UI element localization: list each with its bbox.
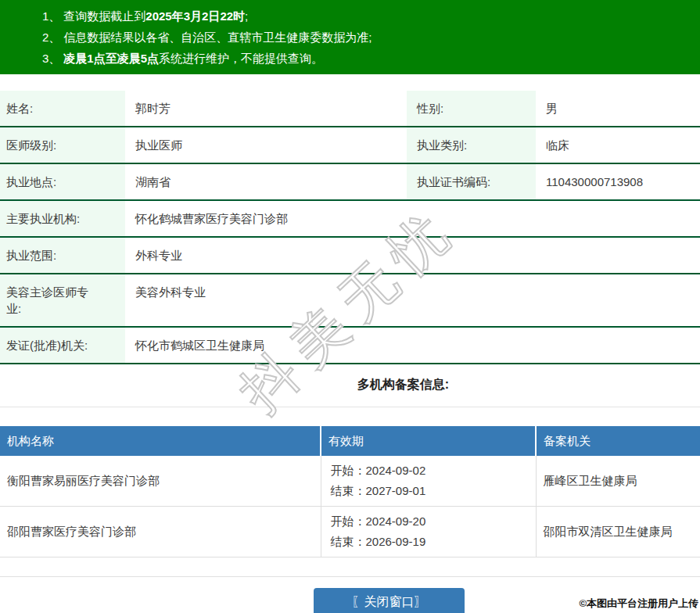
table-row: 发证(批准)机关: 怀化市鹤城区卫生健康局 — [0, 327, 700, 364]
table-row: 医师级别: 执业医师 执业类别: 临床 — [0, 127, 700, 163]
gender-value: 男 — [536, 91, 700, 127]
doctor-level-value: 执业医师 — [125, 127, 407, 163]
main-institution-value: 怀化鹤城曹家医疗美容门诊部 — [125, 200, 700, 237]
table-row: 主要执业机构: 怀化鹤城曹家医疗美容门诊部 — [0, 200, 700, 237]
close-window-button[interactable]: 〖关闭窗口〗 — [314, 588, 465, 613]
notice-number: 3、 — [42, 52, 60, 65]
practice-category-value: 临床 — [536, 127, 700, 163]
validity-end: 结束：2027-09-01 — [331, 481, 533, 501]
table-row: 美容主诊医师专业: 美容外科专业 — [0, 274, 700, 327]
notice-text: 系统进行维护，不能提供查询。 — [159, 52, 323, 65]
notice-text: ; — [245, 9, 248, 23]
table-row: 衡阳曹家易丽医疗美容门诊部 开始：2024-09-02 结束：2027-09-0… — [0, 456, 700, 507]
org-name-cell: 衡阳曹家易丽医疗美容门诊部 — [0, 456, 321, 507]
doctor-level-label: 医师级别: — [0, 127, 125, 163]
practice-scope-label: 执业范围: — [0, 237, 125, 274]
cosmetic-specialty-value: 美容外科专业 — [125, 274, 700, 327]
notice-line-2: 2、信息数据结果以各省、自治区、直辖市卫生健康委数据为准; — [0, 27, 700, 48]
validity-start: 开始：2024-09-02 — [331, 461, 533, 481]
notice-text-bold: 2025年3月2日22时 — [145, 9, 245, 23]
section-title-multi-org: 多机构备案信息: — [0, 364, 700, 407]
gender-label: 性别: — [407, 91, 536, 127]
certificate-number-value: 110430000713908 — [536, 163, 700, 200]
notice-text: 信息数据结果以各省、自治区、直辖市卫生健康委数据为准; — [63, 30, 372, 44]
issuing-authority-value: 怀化市鹤城区卫生健康局 — [125, 327, 700, 364]
table-row: 执业范围: 外科专业 — [0, 237, 700, 274]
notice-text: 查询数据截止到 — [63, 9, 145, 23]
notice-banner: 1、查询数据截止到2025年3月2日22时; 2、信息数据结果以各省、自治区、直… — [0, 0, 700, 74]
name-value: 郭时芳 — [125, 91, 407, 127]
org-name-cell: 邵阳曹家医疗美容门诊部 — [0, 507, 321, 557]
filing-table: 机构名称 有效期 备案机关 衡阳曹家易丽医疗美容门诊部 开始：2024-09-0… — [0, 426, 700, 557]
practice-scope-value: 外科专业 — [125, 237, 700, 274]
notice-line-1: 1、查询数据截止到2025年3月2日22时; — [0, 5, 700, 27]
filing-header-authority: 备案机关 — [536, 426, 700, 456]
notice-text-bold: 凌晨1点至凌晨5点 — [63, 52, 159, 65]
table-row: 邵阳曹家医疗美容门诊部 开始：2024-09-20 结束：2026-09-19 … — [0, 507, 700, 557]
practice-location-label: 执业地点: — [0, 163, 125, 200]
filing-header-row: 机构名称 有效期 备案机关 — [0, 426, 700, 456]
validity-cell: 开始：2024-09-02 结束：2027-09-01 — [321, 456, 536, 507]
certificate-number-label: 执业证书编码: — [407, 163, 536, 200]
filing-authority-cell: 雁峰区卫生健康局 — [536, 456, 700, 507]
cosmetic-specialty-label: 美容主诊医师专业: — [0, 274, 125, 327]
practice-location-value: 湖南省 — [125, 163, 407, 200]
doctor-info-table: 姓名: 郭时芳 性别: 男 医师级别: 执业医师 执业类别: 临床 执业地点: … — [0, 91, 700, 364]
filing-header-org: 机构名称 — [0, 426, 321, 456]
table-row: 执业地点: 湖南省 执业证书编码: 110430000713908 — [0, 163, 700, 200]
filing-authority-cell: 邵阳市双清区卫生健康局 — [536, 507, 700, 557]
filing-header-validity: 有效期 — [321, 426, 536, 456]
validity-cell: 开始：2024-09-20 结束：2026-09-19 — [321, 507, 536, 557]
main-institution-label: 主要执业机构: — [0, 200, 125, 237]
copyright-watermark: ©本图由平台注册用户上传 — [579, 597, 698, 611]
notice-line-3: 3、凌晨1点至凌晨5点系统进行维护，不能提供查询。 — [0, 48, 700, 69]
notice-number: 1、 — [42, 9, 60, 23]
validity-start: 开始：2024-09-20 — [331, 511, 533, 532]
table-row: 姓名: 郭时芳 性别: 男 — [0, 91, 700, 127]
issuing-authority-label: 发证(批准)机关: — [0, 327, 125, 364]
practice-category-label: 执业类别: — [407, 127, 536, 163]
name-label: 姓名: — [0, 91, 125, 127]
notice-number: 2、 — [42, 30, 60, 44]
validity-end: 结束：2026-09-19 — [331, 532, 533, 552]
